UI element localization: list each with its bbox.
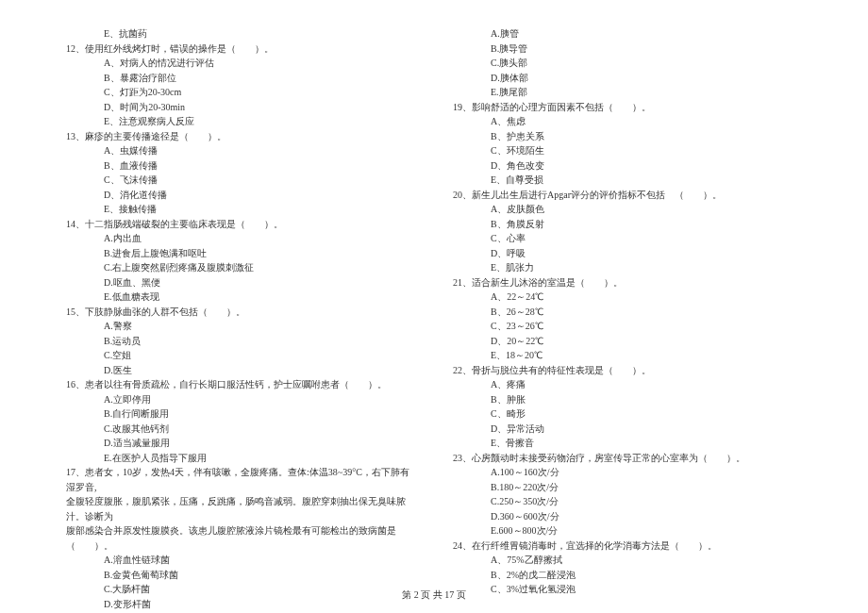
option-line: E、自尊受损 [453,173,802,188]
left-column: E、抗菌药12、使用红外线烤灯时，错误的操作是（ ）。A、对病人的情况进行评估B… [66,26,415,573]
option-line: A、对病人的情况进行评估 [66,56,415,71]
option-line: C、灯距为20-30cm [66,85,415,100]
option-line: D.适当减量服用 [66,436,415,451]
option-line: A.100～160次/分 [453,465,802,480]
option-line: B、肿胀 [453,392,802,407]
question-line: 17、患者女，10岁，发热4天，伴有咳嗽，全腹疼痛。查体:体温38~39°C，右… [66,465,415,494]
option-line: D.360～600次/分 [453,509,802,524]
option-line: B、护患关系 [453,129,802,144]
question-line: 15、下肢静脉曲张的人群不包括（ ）。 [66,305,415,320]
option-line: A.胰管 [453,26,802,41]
option-line: C.空姐 [66,348,415,363]
option-line: E.600～800次/分 [453,523,802,538]
question-line: 16、患者以往有骨质疏松，自行长期口服活性钙，护士应嘱咐患者（ ）。 [66,377,415,392]
option-line: A.立即停用 [66,392,415,407]
page-columns: E、抗菌药12、使用红外线烤灯时，错误的操作是（ ）。A、对病人的情况进行评估B… [66,26,802,573]
option-line: C、飞沫传播 [66,173,415,188]
option-line: C.胰头部 [453,56,802,71]
option-line: E、骨擦音 [453,436,802,451]
option-line: B.自行间断服用 [66,406,415,422]
question-line: 全腹轻度腹胀，腹肌紧张，压痛，反跳痛，肠鸣音减弱。腹腔穿刺抽出保无臭味脓汁。诊断… [66,494,415,523]
question-line: 24、在行纤维胃镜消毒时，宜选择的化学消毒方法是（ ）。 [453,538,802,554]
option-line: B.180～220次/分 [453,480,802,495]
question-line: 19、影响舒适的心理方面因素不包括（ ）。 [453,100,802,115]
option-line: A、虫媒传播 [66,143,415,158]
option-line: C、畸形 [453,406,802,422]
option-line: A、疼痛 [453,377,802,392]
option-line: E.胰尾部 [453,85,802,100]
question-line: 23、心房颤动时未接受药物治疗，房室传导正常的心室率为（ ）。 [453,451,802,466]
option-line: D.呕血、黑便 [66,275,415,290]
option-line: D、呼吸 [453,246,802,261]
option-line: D、异常活动 [453,422,802,437]
option-line: D.医生 [66,363,415,378]
question-line: 21、适合新生儿沐浴的室温是（ ）。 [453,275,802,290]
option-line: A、22～24℃ [453,290,802,305]
question-line: 腹部感染合并原发性腹膜炎。该患儿腹腔脓液涂片镜检最有可能检出的致病菌是（ ）。 [66,523,415,553]
option-line: B.进食后上腹饱满和呕吐 [66,246,415,261]
option-line: E、接触传播 [66,202,415,217]
option-line: C.右上腹突然剧烈疼痛及腹膜刺激征 [66,260,415,275]
option-line: B、血液传播 [66,158,415,174]
page-footer: 第 2 页 共 17 页 [0,588,868,602]
option-line: D、20～22℃ [453,334,802,349]
option-line: E.在医护人员指导下服用 [66,451,415,466]
option-line: E、肌张力 [453,260,802,275]
option-line: A.警察 [66,319,415,334]
option-line: C、环境陌生 [453,143,802,158]
option-line: D、角色改变 [453,158,802,174]
option-line: E、抗菌药 [66,26,415,41]
option-line: B.金黄色葡萄球菌 [66,568,415,583]
option-line: E、18～20℃ [453,348,802,363]
option-line: D、时间为20-30min [66,100,415,115]
option-line: A.溶血性链球菌 [66,553,415,568]
option-line: C.250～350次/分 [453,494,802,509]
option-line: C.改服其他钙剂 [66,422,415,437]
option-line: E、注意观察病人反应 [66,114,415,129]
option-line: B、暴露治疗部位 [66,71,415,86]
option-line: D.胰体部 [453,71,802,86]
option-line: E.低血糖表现 [66,290,415,305]
question-line: 13、麻疹的主要传播途径是（ ）。 [66,129,415,144]
question-line: 20、新生儿出生后进行Apgar评分的评价指标不包括 （ ）。 [453,188,802,203]
option-line: A.内出血 [66,231,415,246]
question-line: 22、骨折与脱位共有的特征性表现是（ ）。 [453,363,802,378]
option-line: B.胰导管 [453,41,802,57]
question-line: 14、十二指肠残端破裂的主要临床表现是（ ）。 [66,217,415,232]
option-line: A、75%乙醇擦拭 [453,553,802,568]
question-line: 12、使用红外线烤灯时，错误的操作是（ ）。 [66,41,415,57]
option-line: C、心率 [453,231,802,246]
right-column: A.胰管B.胰导管C.胰头部D.胰体部E.胰尾部19、影响舒适的心理方面因素不包… [453,26,802,573]
option-line: B、角膜反射 [453,217,802,232]
option-line: B、26～28℃ [453,305,802,320]
option-line: A、皮肤颜色 [453,202,802,217]
option-line: C、23～26℃ [453,319,802,334]
option-line: D、消化道传播 [66,188,415,203]
option-line: B、2%的戊二醛浸泡 [453,568,802,583]
option-line: A、焦虑 [453,114,802,129]
option-line: B.运动员 [66,334,415,349]
